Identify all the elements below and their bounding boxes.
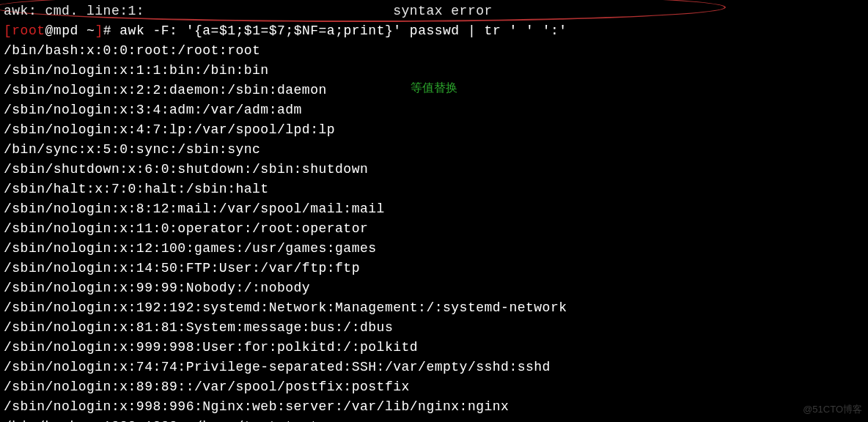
output-line: /sbin/shutdown:x:6:0:shutdown:/sbin:shut… (4, 160, 864, 179)
output-line: /sbin/nologin:x:99:99:Nobody:/:nobody (4, 278, 864, 298)
prompt-host: mpd (54, 23, 78, 38)
output-line: /bin/bash:x:1000:1000::/home/test:test (4, 417, 864, 422)
output-line: /sbin/nologin:x:74:74:Privilege-separate… (4, 358, 864, 377)
output-line: /sbin/nologin:x:14:50:FTP:User:/var/ftp:… (4, 259, 864, 278)
output-line: /sbin/nologin:x:81:81:System:message:bus… (4, 318, 864, 338)
output-line: /sbin/nologin:x:12:100:games:/usr/games:… (4, 239, 864, 259)
prompt-bracket-open: [ (4, 23, 12, 38)
output-line: /sbin/nologin:x:11:0:operator:/root:oper… (4, 219, 864, 239)
watermark-text: @51CTO博客 (803, 402, 862, 417)
prompt-user: root (12, 23, 45, 38)
output-line: /sbin/nologin:x:999:998:User:for:polkitd… (4, 338, 864, 358)
prompt-hash: # (103, 23, 120, 38)
output-line: /sbin/nologin:x:8:12:mail:/var/spool/mai… (4, 199, 864, 219)
prompt-bracket-close: ] (95, 23, 103, 38)
prompt-at: @ (45, 23, 54, 38)
output-line: /bin/sync:x:5:0:sync:/sbin:sync (4, 140, 864, 160)
command-line[interactable]: [root@mpd ~]# awk -F: '{a=$1;$1=$7;$NF=a… (4, 21, 864, 41)
output-line: /sbin/nologin:x:192:192:systemd:Network:… (4, 298, 864, 318)
partial-top-line: awk: cmd. line:1: syntax error (4, 1, 864, 21)
terminal-output: /bin/bash:x:0:0:root:/root:root/sbin/nol… (4, 41, 864, 422)
command-text: awk -F: '{a=$1;$1=$7;$NF=a;print}' passw… (119, 23, 567, 38)
output-line: /sbin/nologin:x:89:89::/var/spool/postfi… (4, 377, 864, 397)
annotation-label: 等值替换 (411, 79, 457, 97)
output-line: /sbin/nologin:x:3:4:adm:/var/adm:adm (4, 100, 864, 120)
output-line: /sbin/nologin:x:998:996:Nginx:web:server… (4, 397, 864, 417)
output-line: /sbin/halt:x:7:0:halt:/sbin:halt (4, 179, 864, 199)
output-line: /sbin/nologin:x:4:7:lp:/var/spool/lpd:lp (4, 120, 864, 140)
output-line: /sbin/nologin:x:1:1:bin:/bin:bin (4, 61, 864, 81)
output-line: /bin/bash:x:0:0:root:/root:root (4, 41, 864, 61)
prompt-path: ~ (87, 23, 95, 38)
